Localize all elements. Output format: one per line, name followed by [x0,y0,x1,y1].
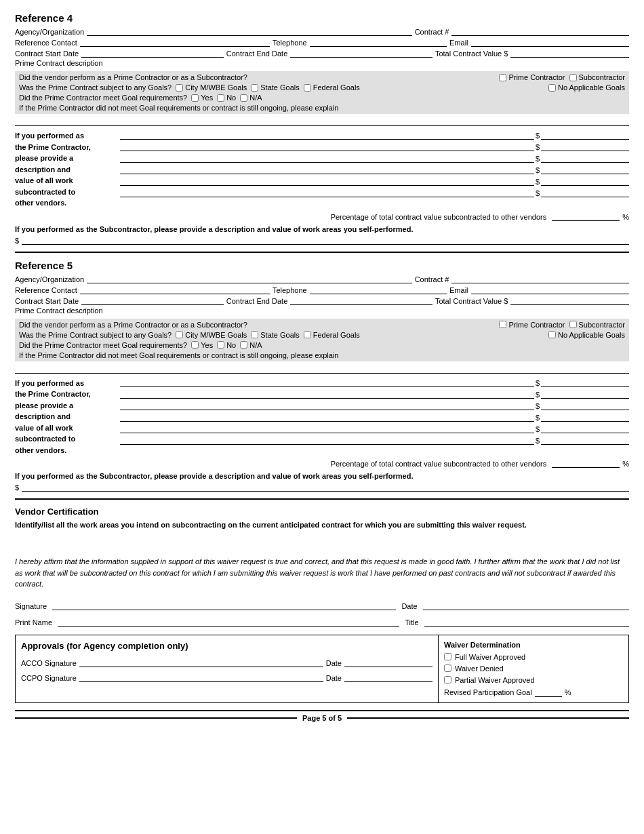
ref4-no-checkbox[interactable] [217,94,224,102]
ref5-no-checkbox[interactable] [217,341,224,349]
ref5-desc-line-2[interactable] [120,389,534,399]
ref4-self-field[interactable] [22,235,629,245]
ref4-agency-field[interactable] [87,26,412,36]
ref4-dollar-field-4[interactable] [541,165,629,174]
ref4-explain-field[interactable] [15,117,629,126]
ref4-email-field[interactable] [471,37,629,47]
ref4-dollar-field-2[interactable] [541,142,629,151]
ref5-email-field[interactable] [471,285,629,294]
waiver-revised-field[interactable] [535,688,562,697]
ccpo-date-field[interactable] [344,673,432,682]
ref5-state-cb-item[interactable]: State Goals [251,331,299,339]
ref5-contract-field[interactable] [451,274,629,283]
ref4-desc-line-2[interactable] [120,142,534,151]
vendor-sig-field[interactable] [52,601,396,610]
ref4-dollar-field-5[interactable] [541,176,629,186]
ref4-no-cb-item[interactable]: No [217,94,236,102]
ref5-desc-line-1[interactable] [120,378,534,387]
ref4-state-cb-item[interactable]: State Goals [251,83,299,92]
waiver-full-row[interactable]: Full Waiver Approved [444,653,623,661]
ref5-federal-checkbox[interactable] [304,331,311,338]
ref4-dollar-field-6[interactable] [541,188,629,197]
ref4-dollar-field-1[interactable] [541,130,629,140]
ref4-sub-checkbox[interactable] [569,74,577,81]
ref5-prime-cb-item[interactable]: Prime Contractor [499,321,565,329]
ref4-start-field[interactable] [81,48,224,58]
ref4-federal-cb-item[interactable]: Federal Goals [304,83,360,92]
ref5-city-checkbox[interactable] [176,331,183,338]
ref5-prime-checkbox[interactable] [499,321,506,328]
ref4-state-checkbox[interactable] [251,84,258,92]
ref5-na-cb-item[interactable]: N/A [240,341,262,349]
ref4-contract-field[interactable] [451,26,629,36]
ref5-sub-checkbox[interactable] [569,321,577,328]
ref4-desc-line-4[interactable] [120,165,534,174]
waiver-full-checkbox[interactable] [444,653,451,660]
waiver-partial-row[interactable]: Partial Waiver Approved [444,676,623,684]
ref5-start-field[interactable] [81,296,224,305]
ref5-noapplicable-cb-item[interactable]: No Applicable Goals [548,331,625,339]
ref5-yes-cb-item[interactable]: Yes [191,341,213,349]
ref4-prime-checkbox[interactable] [499,74,506,81]
ref4-prime-cb-item[interactable]: Prime Contractor [499,73,565,81]
ref4-noapplicable-cb-item[interactable]: No Applicable Goals [548,83,625,92]
ref5-dollar-field-4[interactable] [541,412,629,422]
ref5-federal-cb-item[interactable]: Federal Goals [304,331,360,339]
ref5-refcontact-field[interactable] [80,285,270,294]
ref5-na-checkbox[interactable] [240,341,247,349]
ref5-sub-cb-item[interactable]: Subcontractor [569,321,625,329]
ref4-refcontact-field[interactable] [80,37,270,47]
ref4-desc-line-1[interactable] [120,130,534,140]
ccpo-sig-field[interactable] [79,673,323,682]
ref4-pct-field[interactable] [552,212,620,221]
waiver-denied-row[interactable]: Waiver Denied [444,664,623,673]
ref5-desc-line-4[interactable] [120,412,534,422]
ref4-noapplicable-checkbox[interactable] [548,84,556,92]
ref5-desc-line-6[interactable] [120,435,534,445]
ref5-dollar-field-1[interactable] [541,378,629,387]
waiver-partial-checkbox[interactable] [444,676,451,683]
ref5-end-field[interactable] [290,296,432,305]
ref5-yes-label: Yes [201,341,213,349]
ref5-dollar-field-6[interactable] [541,435,629,445]
ref5-yes-checkbox[interactable] [191,341,199,349]
ref4-yes-cb-item[interactable]: Yes [191,94,213,102]
acco-sig-field[interactable] [79,658,323,667]
ref5-desc-line-3[interactable] [120,401,534,410]
ref4-city-checkbox[interactable] [176,84,183,92]
ref5-city-cb-item[interactable]: City M/WBE Goals [176,331,247,339]
ref4-yes-checkbox[interactable] [191,94,199,102]
vendor-date-field[interactable] [423,601,629,610]
ref4-total-field[interactable] [510,48,629,58]
ref4-desc-line-6[interactable] [120,188,534,197]
ref5-total-field[interactable] [510,296,629,305]
ref5-gray-bar: Did the vendor perform as a Prime Contra… [15,319,629,361]
ref5-dollar-field-5[interactable] [541,424,629,433]
ref5-state-checkbox[interactable] [251,331,258,338]
ref5-no-cb-item[interactable]: No [217,341,236,349]
ref4-desc-line-3[interactable] [120,153,534,163]
ref5-telephone-field[interactable] [310,285,447,294]
acco-date-field[interactable] [344,658,432,667]
ref4-sub-cb-item[interactable]: Subcontractor [569,73,625,81]
ref4-na-cb-item[interactable]: N/A [240,94,262,102]
ref4-city-cb-item[interactable]: City M/WBE Goals [176,83,247,92]
ref5-dollar-field-3[interactable] [541,401,629,410]
ref5-agency-field[interactable] [87,274,412,283]
ref5-dollar-field-2[interactable] [541,389,629,399]
ref4-telephone-field[interactable] [310,37,447,47]
waiver-denied-checkbox[interactable] [444,664,451,672]
ref4-na-checkbox[interactable] [240,94,247,102]
ref5-explain-field[interactable] [15,364,629,374]
ref4-end-field[interactable] [290,48,432,58]
ref4-desc-line-5[interactable] [120,176,534,186]
vendor-title-field[interactable] [424,617,629,627]
ref4-email-label: Email [449,39,468,47]
ref5-pct-field[interactable] [552,458,620,468]
ref5-desc-line-5[interactable] [120,424,534,433]
ref4-federal-checkbox[interactable] [304,84,311,92]
vendor-printname-field[interactable] [58,617,399,627]
ref5-noapplicable-checkbox[interactable] [548,331,556,338]
ref4-dollar-field-3[interactable] [541,153,629,163]
ref5-self-field[interactable] [22,482,629,492]
